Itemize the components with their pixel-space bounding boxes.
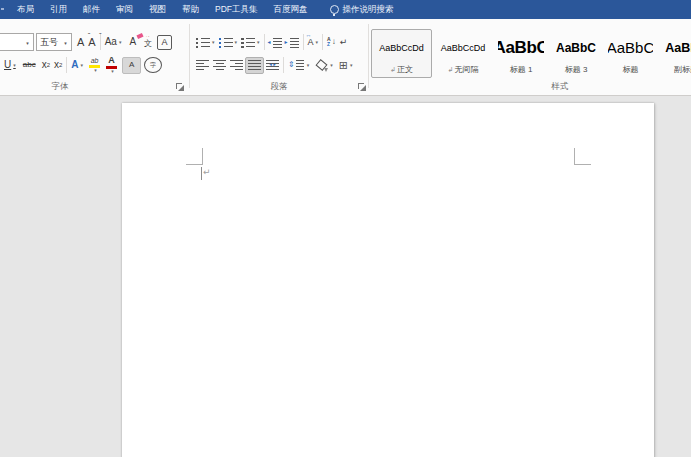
increase-indent-icon bbox=[286, 37, 299, 48]
document-page[interactable]: ↵ bbox=[122, 103, 654, 457]
style-card-subtitle[interactable]: AaBbC 副标题 bbox=[659, 29, 691, 78]
tab-layout[interactable]: 布局 bbox=[9, 4, 42, 16]
font-group-row1: 五号 A A Aa A ˊˇ 文 A bbox=[0, 32, 172, 52]
ribbon: 五号 A A Aa A ˊˇ 文 A U abc x2 x2 A ab bbox=[0, 19, 691, 96]
up-down-arrows-icon: ⇕ bbox=[288, 61, 295, 69]
subscript-button[interactable]: x2 bbox=[40, 59, 52, 71]
align-left-button[interactable] bbox=[194, 59, 211, 72]
font-group-label: 字体 bbox=[0, 81, 120, 93]
grow-font-button[interactable]: A bbox=[75, 36, 86, 49]
text-highlight-color-button[interactable]: ab bbox=[87, 56, 102, 74]
borders-button[interactable]: ⊞ bbox=[337, 59, 355, 72]
style-card-no-spacing[interactable]: AaBbCcDd ↲无间隔 bbox=[434, 29, 492, 78]
font-group-row2: U abc x2 x2 A ab A A 字 bbox=[2, 55, 162, 75]
style-sample: AaBbC bbox=[663, 32, 691, 63]
multilevel-list-icon bbox=[241, 38, 244, 48]
ribbon-tab-bar: 布局 引用 邮件 审阅 视图 帮助 PDF工具集 百度网盘 操作说明搜索 bbox=[0, 0, 691, 19]
paragraph-style-marker-icon: ↲ bbox=[390, 66, 396, 74]
divider bbox=[283, 57, 284, 73]
font-dialog-launcher-icon[interactable] bbox=[176, 83, 184, 91]
increase-indent-button[interactable] bbox=[284, 36, 301, 49]
divider bbox=[303, 34, 304, 50]
clear-formatting-button[interactable]: A bbox=[127, 36, 138, 48]
divider bbox=[264, 34, 265, 50]
font-color-swatch bbox=[106, 66, 117, 69]
align-left-icon bbox=[196, 60, 209, 71]
style-sample: AaBbC bbox=[554, 32, 598, 63]
style-card-heading3[interactable]: AaBbC 标题 3 bbox=[550, 29, 602, 78]
multilevel-list-button[interactable] bbox=[239, 36, 262, 49]
character-border-button[interactable]: A bbox=[157, 35, 172, 50]
change-case-button[interactable]: Aa bbox=[103, 36, 124, 48]
styles-group-label: 样式 bbox=[370, 81, 691, 93]
style-card-title[interactable]: AaBbC 标题 bbox=[604, 29, 657, 78]
font-size-value: 五号 bbox=[40, 36, 58, 49]
paragraph-mark: ↵ bbox=[203, 168, 211, 177]
font-size-combo[interactable]: 五号 bbox=[36, 33, 72, 51]
divider bbox=[322, 34, 323, 50]
decrease-indent-button[interactable] bbox=[267, 36, 284, 49]
bullet-list-icon bbox=[196, 38, 198, 48]
style-gallery: AaBbCcDd ↲正文 AaBbCcDd ↲无间隔 AaBbC 标题 1 Aa… bbox=[371, 29, 691, 78]
underline-button[interactable]: U bbox=[2, 59, 18, 71]
font-color-button[interactable]: A bbox=[104, 55, 119, 75]
text-effects-button[interactable]: A bbox=[69, 59, 85, 71]
chevron-down-icon[interactable] bbox=[22, 37, 33, 47]
show-hide-marks-button[interactable]: ↵ bbox=[338, 37, 350, 48]
style-sample: AaBbCcDd bbox=[375, 32, 428, 63]
phonetic-guide-button[interactable]: ˊˇ 文 bbox=[142, 35, 154, 49]
justify-button[interactable] bbox=[245, 57, 264, 74]
numbered-list-icon bbox=[219, 38, 221, 48]
tell-me-label: 操作说明搜索 bbox=[343, 4, 394, 16]
numbering-button[interactable] bbox=[217, 36, 240, 49]
bullets-button[interactable] bbox=[194, 36, 217, 49]
justify-icon bbox=[248, 60, 261, 71]
divider bbox=[66, 57, 67, 73]
tab-mailings[interactable]: 邮件 bbox=[75, 4, 108, 16]
margin-crop-mark-top-right bbox=[574, 148, 591, 165]
document-canvas: ↵ bbox=[0, 96, 691, 457]
align-right-button[interactable] bbox=[228, 59, 245, 72]
paint-bucket-icon bbox=[315, 59, 328, 72]
tell-me-search[interactable]: 操作说明搜索 bbox=[330, 4, 394, 16]
sort-az-icon: AZ bbox=[327, 37, 331, 47]
style-sample: AaBbCcDd bbox=[438, 32, 488, 63]
asian-layout-button[interactable]: A bbox=[306, 37, 321, 48]
style-card-heading1[interactable]: AaBbC 标题 1 bbox=[494, 29, 548, 78]
style-sample: AaBbC bbox=[608, 32, 653, 63]
spacing-lines-icon bbox=[296, 60, 304, 71]
tab-help[interactable]: 帮助 bbox=[174, 4, 207, 16]
highlight-color-swatch bbox=[89, 65, 100, 68]
style-card-normal[interactable]: AaBbCcDd ↲正文 bbox=[371, 29, 432, 78]
paragraph-group-row2: ⇕ ⊞ bbox=[194, 55, 354, 75]
shrink-font-button[interactable]: A bbox=[86, 36, 97, 49]
distributed-icon bbox=[266, 60, 279, 71]
shading-button[interactable] bbox=[313, 58, 335, 73]
lightbulb-icon bbox=[330, 5, 339, 14]
tab-review[interactable]: 审阅 bbox=[108, 4, 141, 16]
paragraph-style-marker-icon: ↲ bbox=[448, 66, 454, 74]
tab-references[interactable]: 引用 bbox=[42, 4, 75, 16]
text-cursor bbox=[201, 167, 202, 180]
clipped-tab-fragment bbox=[1, 8, 4, 10]
decrease-indent-icon bbox=[269, 37, 282, 48]
paragraph-group-label: 段落 bbox=[192, 81, 366, 93]
distributed-button[interactable] bbox=[264, 59, 281, 72]
strikethrough-button[interactable]: abc bbox=[21, 60, 38, 70]
align-center-button[interactable] bbox=[211, 59, 228, 72]
group-divider bbox=[368, 24, 369, 88]
tab-baidu-netdisk[interactable]: 百度网盘 bbox=[266, 4, 316, 16]
line-spacing-button[interactable]: ⇕ bbox=[286, 59, 311, 72]
align-right-icon bbox=[230, 60, 243, 71]
character-shading-button[interactable]: A bbox=[122, 57, 141, 74]
superscript-button[interactable]: x2 bbox=[52, 59, 64, 71]
font-name-combo[interactable] bbox=[0, 33, 34, 51]
chevron-down-icon[interactable] bbox=[60, 37, 71, 47]
sort-button[interactable]: AZ ↓ bbox=[325, 36, 338, 48]
margin-crop-mark-top-left bbox=[186, 148, 203, 165]
align-center-icon bbox=[213, 60, 226, 71]
enclose-characters-button[interactable]: 字 bbox=[144, 57, 162, 73]
tab-pdf-tools[interactable]: PDF工具集 bbox=[207, 4, 266, 16]
paragraph-dialog-launcher-icon[interactable] bbox=[358, 83, 366, 91]
tab-view[interactable]: 视图 bbox=[141, 4, 174, 16]
